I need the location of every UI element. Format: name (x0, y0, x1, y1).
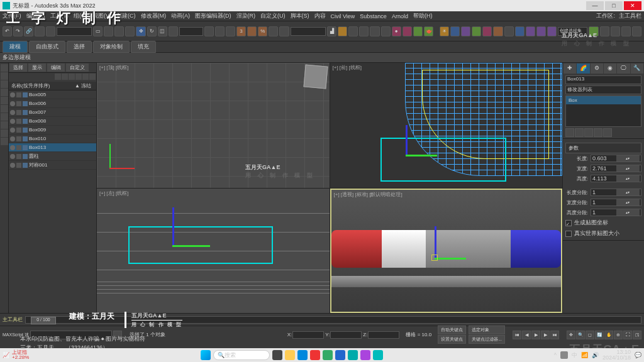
freeze-icon[interactable] (16, 154, 21, 159)
length-spinner[interactable]: 0.603▴▾ (591, 155, 641, 162)
align-button[interactable] (338, 26, 347, 36)
hseg-spinner[interactable]: 1▴▾ (591, 209, 641, 216)
vp-nav-8[interactable]: ◳ (633, 331, 641, 339)
mirror-button[interactable]: ▟ (327, 26, 336, 36)
lt-2[interactable] (1, 72, 8, 80)
snap-toggle[interactable]: 3 (236, 26, 246, 36)
lt-4[interactable] (1, 89, 8, 96)
vp-nav-7[interactable]: ⛶ (623, 331, 632, 339)
app-icon-3[interactable] (323, 350, 333, 360)
tray-icon[interactable] (560, 351, 568, 359)
vp-label[interactable]: [+] [左] [线框] (99, 190, 128, 197)
freeze-icon[interactable] (16, 92, 21, 97)
sp-tab-edit[interactable]: 编辑 (47, 63, 65, 72)
menu-help[interactable]: 帮助(H) (413, 12, 433, 20)
sp-btn-6[interactable] (89, 74, 96, 80)
vp-nav-5[interactable]: ✋ (604, 331, 613, 339)
show-end-button[interactable] (575, 128, 584, 137)
list-item[interactable]: Box008 (9, 117, 96, 126)
wifi-icon[interactable]: 📶 (581, 352, 588, 358)
spinner-snap[interactable] (269, 26, 278, 36)
sp-btn-2[interactable] (62, 74, 68, 80)
tab-populate[interactable]: 填充 (131, 41, 156, 53)
eye-icon[interactable] (10, 101, 15, 106)
z-input[interactable] (368, 331, 399, 339)
sp-btn-3[interactable] (69, 74, 75, 80)
eye-icon[interactable] (10, 92, 15, 97)
app-icon-6[interactable] (360, 350, 370, 360)
vp-label[interactable]: [+] [透视] [标准] [默认明暗处理] (334, 191, 402, 198)
tab-modeling[interactable]: 建模 (3, 41, 28, 53)
menu-substance[interactable]: Substance (360, 13, 387, 19)
freeze-icon[interactable] (16, 101, 21, 106)
freeze-icon[interactable] (16, 128, 21, 133)
task-icon[interactable] (272, 350, 282, 360)
tab-objpaint[interactable]: 对象绘制 (93, 41, 130, 53)
render-frame-button[interactable] (413, 26, 423, 36)
list-item[interactable]: 对称001 (9, 161, 96, 170)
cp-hierarchy-tab[interactable]: ⚙ (591, 63, 603, 74)
percent-snap[interactable]: % (258, 26, 267, 36)
app-icon-4[interactable] (335, 350, 345, 360)
rollout-header[interactable]: 参数 (565, 143, 641, 153)
realworld-checkbox[interactable] (565, 231, 572, 237)
angle-snap[interactable] (247, 26, 257, 36)
app-icon-1[interactable] (297, 350, 308, 360)
y-input[interactable] (330, 331, 362, 339)
eye-icon[interactable] (10, 128, 15, 133)
maximize-button[interactable]: □ (605, 1, 623, 10)
vp-label[interactable]: [+] [顶] [线框] (99, 64, 128, 71)
lt-3[interactable] (1, 80, 8, 88)
pivot-button[interactable] (204, 26, 214, 36)
move-gizmo[interactable] (435, 226, 436, 258)
viewport-perspective[interactable]: [+] [透视] [标准] [默认明暗处理] (330, 189, 563, 314)
prev-frame-button[interactable]: ◀ (522, 331, 531, 339)
extra-tool-6[interactable] (493, 26, 502, 36)
autokey-button[interactable]: 自动关键点 (438, 326, 466, 334)
scale-button[interactable]: ◫ (158, 26, 167, 36)
filter-dropdown[interactable]: 选定对象 (469, 326, 505, 334)
eye-icon[interactable] (10, 110, 15, 115)
time-slider[interactable]: 0 / 100 (31, 317, 56, 324)
eye-icon[interactable] (10, 119, 15, 124)
list-item[interactable]: Box013 (9, 143, 96, 152)
menu-anim[interactable]: 动画(A) (171, 12, 190, 20)
cp-display-tab[interactable]: 🖵 (617, 63, 630, 74)
extra-tool-14[interactable] (611, 26, 620, 36)
config-button[interactable] (603, 128, 612, 137)
sp-col-name[interactable]: 名称(按升序排序) (11, 82, 75, 89)
minimize-button[interactable]: — (586, 1, 604, 10)
tray-lang[interactable]: 中 (572, 351, 577, 359)
remove-mod-button[interactable] (594, 128, 602, 137)
app-icon-2[interactable] (310, 350, 320, 360)
freeze-icon[interactable] (16, 136, 21, 141)
extra-tool-1[interactable]: ☀ (440, 26, 449, 36)
menu-arnold[interactable]: Arnold (392, 13, 408, 19)
start-button[interactable] (201, 350, 211, 360)
modifier-stack[interactable]: Box (565, 96, 641, 127)
named-sel-dropdown[interactable] (291, 27, 326, 36)
vp-nav-3[interactable]: ◻ (586, 331, 594, 339)
play-button[interactable]: ▶ (531, 331, 540, 339)
lt-6[interactable] (1, 105, 8, 112)
freeze-icon[interactable] (16, 145, 21, 150)
extra-tool-16[interactable] (632, 26, 641, 36)
schematic-button[interactable] (381, 26, 391, 36)
vp-nav-2[interactable]: 🔍 (576, 331, 585, 339)
width-spinner[interactable]: 2.761▴▾ (591, 165, 641, 172)
placement-button[interactable] (169, 26, 178, 36)
eye-icon[interactable] (10, 154, 15, 159)
move-gizmo[interactable] (172, 207, 174, 245)
material-editor-button[interactable]: ● (392, 26, 401, 36)
menu-civil[interactable]: Civil View (331, 13, 355, 19)
goto-end-button[interactable]: ⏭ (550, 331, 559, 339)
list-item[interactable]: Box005 (9, 90, 96, 99)
unique-button[interactable] (584, 128, 593, 137)
extra-tool-5[interactable] (482, 26, 492, 36)
list-item[interactable]: Box009 (9, 126, 96, 134)
manipulate-button[interactable] (215, 26, 225, 36)
sp-btn-1[interactable] (55, 74, 61, 80)
lt-8[interactable] (1, 121, 8, 129)
vp-label[interactable]: [+] [前] [线框] (333, 64, 362, 71)
ribbon-button[interactable] (359, 26, 369, 36)
